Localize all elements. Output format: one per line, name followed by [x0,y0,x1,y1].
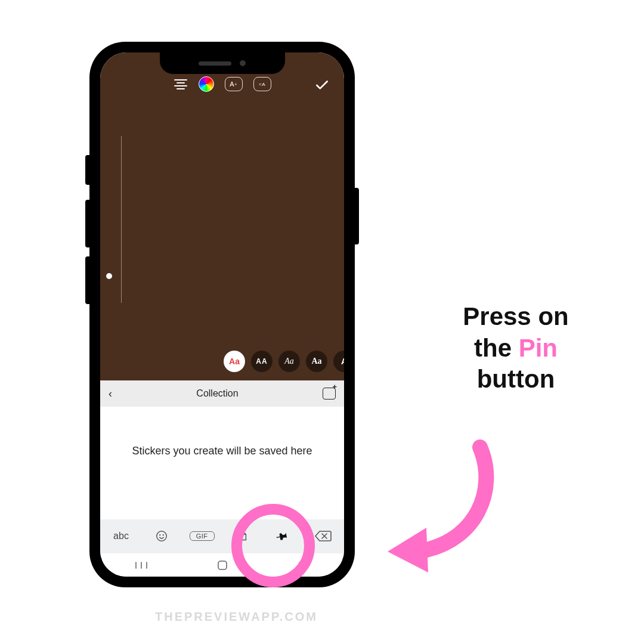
phone-screen: A+ =A Aa AA Aa Aa A ‹ Collection [100,52,344,577]
svg-rect-6 [218,561,227,569]
emoji-button[interactable] [149,530,174,543]
caption-line-1: Press on [417,301,614,333]
instruction-caption: Press on the Pin button [417,301,614,395]
svg-point-1 [160,535,160,535]
collection-title: Collection [196,388,238,399]
volume-down-button [85,256,89,304]
font-option-1[interactable]: Aa [224,351,245,372]
caption-line-2: the Pin [417,333,614,364]
gif-button[interactable]: GIF [190,531,215,541]
text-cursor [106,273,112,279]
volume-up-button [85,200,89,247]
collection-header: ‹ Collection [100,380,344,407]
svg-point-0 [157,531,167,541]
font-option-4[interactable]: Aa [306,351,327,372]
text-size-slider-track[interactable] [121,136,122,303]
watermark-text: THEPREVIEWAPP.COM [155,610,318,624]
svg-point-2 [163,535,163,535]
font-option-3[interactable]: Aa [278,351,300,372]
abc-keyboard-button[interactable]: abc [109,531,134,541]
phone-frame: A+ =A Aa AA Aa Aa A ‹ Collection [89,42,355,587]
pin-highlight-circle [231,504,315,587]
font-option-2[interactable]: AA [251,351,273,372]
text-align-button[interactable] [174,79,188,89]
nav-recents[interactable] [135,561,148,569]
caption-line-3: button [417,364,614,395]
pointer-arrow [382,435,519,572]
back-button[interactable]: ‹ [109,388,112,400]
caption-pink-word: Pin [519,334,558,362]
empty-state-text: Stickers you create will be saved here [132,445,312,457]
power-button [355,188,359,244]
sticker-collection-area: Stickers you create will be saved here [100,407,344,519]
nav-home[interactable] [217,560,228,571]
text-toolbar: A+ =A [100,76,344,92]
font-picker-row[interactable]: Aa AA Aa Aa A [224,351,344,372]
add-sticker-camera-button[interactable] [323,388,336,400]
phone-notch [160,52,285,74]
color-picker-button[interactable] [199,76,214,92]
done-check-button[interactable] [314,78,330,95]
story-editor-canvas[interactable]: A+ =A Aa AA Aa Aa A [100,52,344,380]
text-size-button[interactable]: A+ [225,77,243,91]
font-option-5[interactable]: A [333,351,344,372]
text-effect-button[interactable]: =A [253,77,271,91]
